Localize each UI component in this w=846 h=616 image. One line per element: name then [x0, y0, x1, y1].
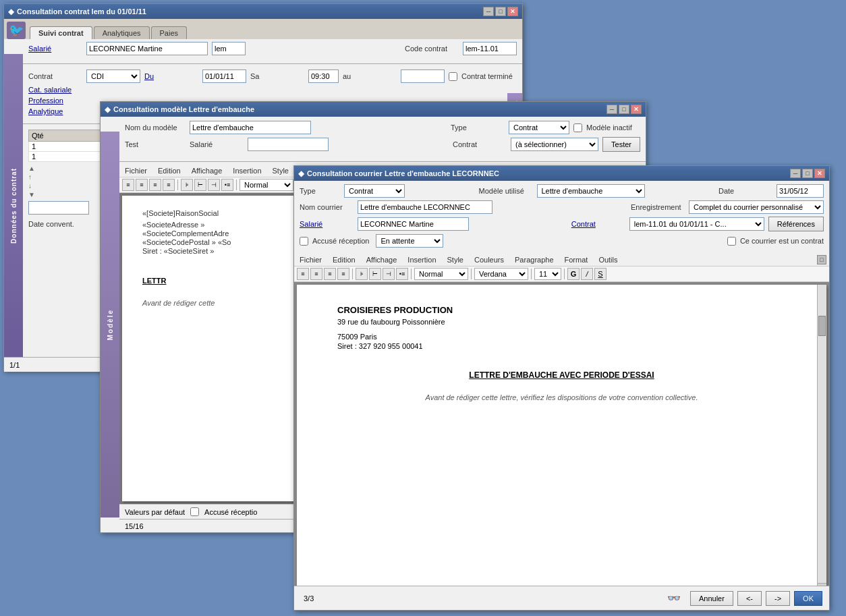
c-size-select[interactable]: 11	[534, 268, 561, 280]
du-input[interactable]	[202, 69, 246, 83]
menu-edition[interactable]: Edition	[155, 166, 184, 175]
align-left-btn[interactable]: ≡	[122, 179, 134, 191]
code-contrat-label: Code contrat	[405, 45, 459, 53]
tab-suivi-contrat[interactable]: Suivi contrat	[30, 26, 92, 40]
contrat-courrier-label[interactable]: Contrat	[571, 220, 625, 228]
accuse-check[interactable]	[190, 507, 199, 516]
courrier-maximize-btn[interactable]: □	[802, 169, 813, 178]
type-row: Type Contrat Modèle utilisé Lettre d'emb…	[300, 184, 824, 198]
modele-select[interactable]: Lettre d'embauche	[537, 184, 645, 198]
nom-modele-input[interactable]	[190, 121, 311, 134]
c-indent1-btn[interactable]: ⊧	[356, 268, 368, 280]
salarie-code-input[interactable]	[212, 42, 246, 55]
search-input[interactable]	[28, 201, 89, 215]
courrier-editor-page[interactable]: CROISIERES PRODUCTION 39 rue du faubourg…	[297, 285, 826, 592]
c-bold-btn[interactable]: G	[567, 268, 580, 280]
nav-next-btn[interactable]: ->	[766, 591, 790, 606]
c-bullet-btn[interactable]: •≡	[396, 268, 408, 280]
c-indent2-btn[interactable]: ⊢	[369, 268, 381, 280]
bullet-btn[interactable]: •≡	[221, 179, 233, 191]
cmenu-couleurs[interactable]: Couleurs	[472, 255, 507, 264]
cmenu-edition[interactable]: Edition	[330, 255, 358, 264]
salarie-label[interactable]: Salarié	[28, 45, 82, 53]
salarie-courrier-input[interactable]	[358, 217, 469, 231]
cmenu-outils[interactable]: Outils	[596, 255, 620, 264]
annuler-btn[interactable]: Annuler	[690, 591, 733, 606]
salarie-input[interactable]	[86, 42, 208, 55]
glasses-icon: 👓	[667, 592, 681, 605]
courrier-scrollbar[interactable]: ▼	[817, 285, 826, 592]
contrat-model-label: Contrat	[453, 140, 507, 148]
type-courrier-select[interactable]: Contrat	[344, 184, 405, 198]
c-underline-btn[interactable]: S	[594, 268, 607, 280]
profession-label[interactable]: Profession	[28, 96, 82, 105]
toolbar-sep2	[236, 179, 237, 190]
c-italic-btn[interactable]: /	[581, 268, 593, 280]
cmenu-affichage[interactable]: Affichage	[364, 255, 400, 264]
menu-affichage[interactable]: Affichage	[189, 166, 225, 175]
contrat-select[interactable]: CDI	[86, 69, 140, 83]
model-maximize-btn[interactable]: □	[619, 105, 629, 114]
au-input[interactable]	[401, 69, 445, 83]
close-btn[interactable]: ✕	[507, 7, 518, 16]
align-justify-btn[interactable]: ≡	[163, 179, 175, 191]
c-align-left-btn[interactable]: ≡	[297, 268, 309, 280]
cmenu-fichier[interactable]: Fichier	[297, 255, 325, 264]
cat-salariale-label[interactable]: Cat. salariale	[28, 86, 82, 94]
c-font-select[interactable]: Verdana	[474, 268, 528, 280]
c-align-justify-btn[interactable]: ≡	[337, 268, 349, 280]
contrat-courrier-select[interactable]: lem-11.01 du 01/01/11 - C...	[629, 217, 764, 231]
menu-style[interactable]: Style	[270, 166, 291, 175]
cmenu-style[interactable]: Style	[445, 255, 466, 264]
minimize-btn[interactable]: ─	[483, 7, 494, 16]
indent1-btn[interactable]: ⊧	[181, 179, 193, 191]
enregistrement-select[interactable]: Complet du courrier personnalisé	[689, 200, 824, 214]
nav-prev-btn[interactable]: <-	[737, 591, 762, 606]
attente-select[interactable]: En attente	[376, 234, 443, 248]
indent2-btn[interactable]: ⊢	[194, 179, 206, 191]
maximize-btn[interactable]: □	[495, 7, 506, 16]
tester-btn[interactable]: Tester	[602, 137, 640, 152]
cmenu-paragraphe[interactable]: Paragraphe	[512, 255, 557, 264]
code-contrat-input[interactable]	[463, 42, 517, 55]
cmenu-insertion[interactable]: Insertion	[405, 255, 439, 264]
align-right-btn[interactable]: ≡	[149, 179, 161, 191]
courrier-scrollbar-thumb[interactable]	[818, 316, 826, 336]
tab-paies[interactable]: Paies	[151, 26, 188, 39]
enregistrement-label: Enregistrement	[631, 203, 685, 211]
nom-courrier-input[interactable]	[358, 200, 492, 214]
ok-btn[interactable]: OK	[794, 591, 822, 606]
contrat-termine-check[interactable]	[449, 72, 457, 81]
menu-fichier[interactable]: Fichier	[122, 166, 150, 175]
courrier-minimize-btn[interactable]: ─	[790, 169, 801, 178]
editor-expand-btn[interactable]: □	[817, 255, 826, 264]
align-center-btn[interactable]: ≡	[136, 179, 148, 191]
style-select[interactable]: Normal	[239, 179, 293, 191]
menu-insertion[interactable]: Insertion	[230, 166, 264, 175]
salarie-courrier-label[interactable]: Salarié	[300, 220, 354, 228]
date-input[interactable]	[777, 184, 824, 198]
type-select[interactable]: Contrat	[509, 121, 569, 134]
salarie-model-input[interactable]	[248, 138, 329, 151]
tab-analytiques[interactable]: Analytiques	[94, 26, 150, 39]
c-style-select[interactable]: Normal	[414, 268, 468, 280]
c-align-center-btn[interactable]: ≡	[310, 268, 322, 280]
analytique-label[interactable]: Analytique	[28, 107, 82, 115]
nom-courrier-row: Nom courrier Enregistrement Complet du c…	[300, 200, 824, 214]
contrat-check[interactable]	[727, 237, 736, 246]
accuse-courrier-check[interactable]	[300, 237, 308, 246]
cmenu-format[interactable]: Format	[562, 255, 591, 264]
modele-inactif-check[interactable]	[573, 123, 582, 132]
courrier-close-btn[interactable]: ✕	[814, 169, 825, 178]
model-close-btn[interactable]: ✕	[631, 105, 642, 114]
c-align-right-btn[interactable]: ≡	[324, 268, 336, 280]
indent3-btn[interactable]: ⊣	[208, 179, 220, 191]
salarie-model-label: Salarié	[190, 140, 244, 148]
references-btn[interactable]: Références	[768, 217, 824, 231]
company-city: 75009 Paris	[337, 333, 786, 341]
model-minimize-btn[interactable]: ─	[607, 105, 617, 114]
contrat-model-select[interactable]: (à sélectionner)	[511, 138, 598, 151]
sa-input[interactable]	[308, 69, 339, 83]
c-indent3-btn[interactable]: ⊣	[383, 268, 395, 280]
icon-tab[interactable]: 🐦	[7, 22, 26, 39]
